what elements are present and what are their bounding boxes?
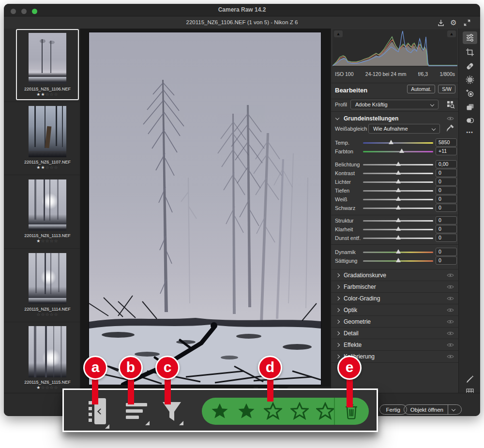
- download-icon[interactable]: [437, 18, 445, 27]
- panel-detail[interactable]: Detail: [331, 327, 459, 339]
- eye-icon[interactable]: [447, 308, 454, 313]
- slider-value[interactable]: 0,00: [436, 160, 457, 168]
- auto-button[interactable]: Automat.: [407, 85, 435, 93]
- panel-tone-curve[interactable]: Gradationskurve: [331, 269, 459, 281]
- white-balance-dropdown[interactable]: Wie Aufnahme: [368, 124, 440, 134]
- star-icon-3[interactable]: [264, 402, 282, 420]
- slider-value[interactable]: 0: [436, 186, 457, 194]
- heal-icon[interactable]: [466, 62, 474, 71]
- slider-value[interactable]: 0: [436, 216, 457, 224]
- sort-icon[interactable]: [126, 403, 147, 422]
- eye-icon[interactable]: [447, 331, 454, 336]
- red-eye-icon[interactable]: [466, 89, 474, 98]
- clipping-shadow-icon[interactable]: ▲: [334, 30, 343, 37]
- slider-value[interactable]: +11: [436, 147, 457, 155]
- slider-track[interactable]: [363, 252, 433, 253]
- settings-gear-icon[interactable]: ⚙: [449, 18, 458, 27]
- bw-button[interactable]: S/W: [438, 85, 455, 93]
- star-icon-5[interactable]: [316, 402, 334, 420]
- slider-track[interactable]: [363, 260, 433, 262]
- eye-icon[interactable]: [447, 284, 454, 289]
- panel-geometry[interactable]: Geometrie: [331, 315, 459, 328]
- thumbnail-rating[interactable]: ☆☆☆☆☆: [17, 312, 78, 317]
- filmstrip-item[interactable]: 220115_NZ6_1106.NEF ★★☆☆☆: [16, 29, 79, 100]
- filmstrip-item[interactable]: 220115_NZ6_1115.NEF ★☆☆☆☆: [16, 322, 79, 393]
- section-basic-header[interactable]: Grundeinstellungen: [331, 113, 459, 124]
- star-icon-4[interactable]: [290, 402, 309, 420]
- slider-thumb[interactable]: [396, 258, 401, 262]
- fullscreen-icon[interactable]: [463, 18, 471, 27]
- open-object-button[interactable]: Objekt öffnen: [404, 404, 462, 415]
- slider-thumb[interactable]: [396, 188, 401, 192]
- slider-track[interactable]: [363, 199, 433, 200]
- thumbnail-image: [29, 253, 66, 304]
- slider-thumb[interactable]: [399, 149, 404, 153]
- edit-icon[interactable]: [466, 33, 474, 42]
- slider-value[interactable]: 0: [436, 178, 457, 186]
- slider-track[interactable]: [363, 190, 433, 192]
- panel-color-mixer[interactable]: Farbmischer: [331, 281, 459, 293]
- slider-track[interactable]: [363, 151, 433, 152]
- slider-thumb[interactable]: [396, 249, 401, 254]
- slider-value[interactable]: 0: [436, 195, 457, 203]
- slider-thumb[interactable]: [396, 196, 401, 201]
- slider-value[interactable]: 0: [436, 248, 457, 256]
- slider-thumb[interactable]: [396, 226, 401, 231]
- slider-value[interactable]: 0: [436, 169, 457, 177]
- slider-track[interactable]: [363, 229, 433, 230]
- profile-dropdown[interactable]: Adobe Kräftig: [350, 100, 439, 109]
- eye-icon[interactable]: [447, 319, 454, 324]
- filmstrip-item[interactable]: 220115_NZ6_1114.NEF ☆☆☆☆☆: [16, 249, 79, 320]
- panel-optics[interactable]: Optik: [331, 304, 459, 316]
- slider-thumb[interactable]: [396, 235, 401, 239]
- slider-track[interactable]: [363, 220, 433, 222]
- slider-track[interactable]: [363, 142, 433, 144]
- done-button[interactable]: Fertig: [379, 404, 407, 415]
- slider-thumb[interactable]: [396, 218, 401, 222]
- filmstrip-toggle-icon[interactable]: [89, 401, 106, 427]
- slider-thumb[interactable]: [396, 205, 401, 209]
- thumbnail-rating[interactable]: ★☆☆☆☆: [17, 239, 78, 243]
- slider-value[interactable]: 0: [436, 234, 457, 242]
- star-icon-2[interactable]: [237, 402, 256, 420]
- star-icon-1[interactable]: [211, 402, 229, 420]
- slider-value[interactable]: 0: [436, 256, 457, 265]
- slider-track[interactable]: [363, 181, 433, 183]
- slider-value[interactable]: 5850: [436, 138, 457, 147]
- slider-thumb[interactable]: [396, 162, 401, 166]
- slider-track[interactable]: [363, 238, 433, 239]
- eye-icon[interactable]: [447, 296, 454, 301]
- more-icon[interactable]: •••: [466, 129, 474, 138]
- panel-color-grading[interactable]: Color-Grading: [331, 292, 459, 304]
- slider-thumb[interactable]: [396, 170, 401, 175]
- eye-icon[interactable]: [447, 273, 454, 278]
- slider-track[interactable]: [363, 164, 433, 165]
- slider-track[interactable]: [363, 173, 433, 174]
- open-object-dropdown[interactable]: [448, 405, 455, 415]
- mask-icon[interactable]: [466, 75, 474, 84]
- filmstrip-item[interactable]: 220115_NZ6_1107.NEF ★★☆☆☆: [16, 102, 79, 173]
- thumbnail-rating[interactable]: ★★☆☆☆: [17, 92, 78, 97]
- eye-icon[interactable]: [447, 116, 454, 121]
- enhance-icon[interactable]: [466, 374, 474, 383]
- thumbnail-rating[interactable]: ★★☆☆☆: [17, 165, 78, 170]
- badge-letter: d: [266, 359, 274, 375]
- panel-effects[interactable]: Effekte: [331, 339, 459, 351]
- slider-track[interactable]: [363, 208, 433, 209]
- eyedropper-icon[interactable]: [446, 124, 454, 133]
- slider-value[interactable]: 0: [436, 225, 457, 233]
- browse-profiles-icon[interactable]: [446, 100, 455, 109]
- eye-icon[interactable]: [447, 354, 454, 359]
- preview-image[interactable]: [89, 32, 321, 385]
- slider-thumb[interactable]: [389, 140, 393, 144]
- slider-value[interactable]: 0: [436, 204, 457, 212]
- presets-icon[interactable]: [466, 103, 474, 111]
- eye-icon[interactable]: [447, 343, 454, 347]
- slider-thumb[interactable]: [396, 179, 401, 183]
- divider: [331, 215, 459, 215]
- crop-icon[interactable]: [466, 48, 474, 57]
- snapshots-icon[interactable]: [466, 116, 474, 125]
- histogram[interactable]: ▲ ▲: [333, 29, 457, 67]
- filmstrip-item[interactable]: 220115_NZ6_1113.NEF ★☆☆☆☆: [16, 176, 79, 247]
- clipping-highlight-icon[interactable]: ▲: [447, 30, 456, 37]
